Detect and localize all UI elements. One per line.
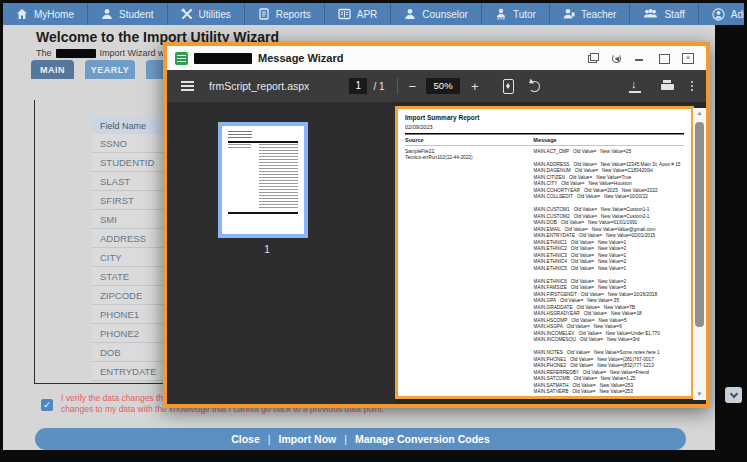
tab-main[interactable]: MAIN — [31, 60, 74, 79]
nav-item-student[interactable]: Student — [88, 3, 167, 25]
nav-item-utilities[interactable]: Utilities — [168, 3, 245, 25]
zoom-level-input[interactable]: 50% — [426, 78, 460, 94]
page-number-input[interactable]: 1 — [349, 78, 367, 94]
apr-book-icon — [338, 8, 351, 20]
maximize-icon[interactable] — [658, 53, 669, 63]
nav-label: Counselor — [422, 9, 468, 20]
zoom-in-button[interactable]: + — [471, 79, 479, 94]
nav-item-reports[interactable]: Reports — [245, 3, 325, 25]
close-button[interactable]: Close — [231, 433, 260, 445]
tutor-icon — [495, 8, 507, 20]
subtitle-prefix: The — [36, 48, 52, 58]
restore-windows-icon[interactable] — [588, 53, 599, 63]
rotate-icon[interactable] — [529, 81, 540, 92]
modal-titlebar[interactable]: Message Wizard × — [167, 46, 706, 70]
close-icon[interactable]: × — [682, 53, 694, 64]
nav-label: Student — [119, 9, 153, 20]
nav-item-admin[interactable]: Admin — [699, 3, 744, 25]
reports-icon — [258, 8, 270, 20]
nav-label: MyHome — [34, 9, 74, 20]
footer-separator: | — [344, 433, 347, 445]
pdf-filename: frmScript_report.aspx — [209, 80, 309, 92]
minimize-icon[interactable] — [634, 53, 645, 63]
scrollbar-down-arrow[interactable]: ▼ — [693, 389, 706, 400]
staff-group-icon — [643, 8, 658, 20]
wizard-footer-bar: Close | Import Now | Manage Conversion C… — [35, 428, 686, 450]
report-title: Import Summary Report — [405, 114, 684, 122]
nav-label: Tutor — [513, 9, 536, 20]
import-now-button[interactable]: Import Now — [279, 433, 337, 445]
thumbnail-page-preview — [222, 126, 304, 234]
nav-label: Admin — [731, 9, 744, 20]
scrollbar-up-arrow[interactable]: ▲ — [693, 108, 706, 119]
page-count-label: / 1 — [373, 81, 384, 92]
student-icon — [101, 8, 113, 20]
report-scrollbar[interactable]: ▲ ▼ — [693, 108, 706, 400]
counselor-icon — [404, 8, 416, 20]
menu-icon[interactable] — [181, 79, 194, 94]
zoom-out-button[interactable]: − — [409, 79, 417, 94]
more-options-icon[interactable] — [691, 79, 694, 93]
chevron-down-icon — [729, 389, 737, 397]
admin-icon — [712, 8, 725, 21]
print-icon[interactable] — [661, 80, 674, 92]
nav-label: Utilities — [199, 9, 231, 20]
nav-label: Staff — [664, 9, 684, 20]
pdf-toolbar: frmScript_report.aspx 1 / 1 − 50% + — [167, 70, 706, 102]
pdf-viewer: 1 Import Summary Report 02/09/2023 Sourc… — [167, 102, 706, 404]
thumbnail-pane: 1 — [167, 102, 395, 404]
report-page: Import Summary Report 02/09/2023 Source … — [395, 106, 694, 399]
nav-label: APR — [357, 9, 378, 20]
scrollbar-thumb[interactable] — [695, 122, 704, 327]
fit-to-page-icon[interactable] — [503, 79, 514, 94]
report-message-list: MAIN.ACT_CMP Old Value= New Value=25MAIN… — [533, 148, 684, 400]
source-line-2: Tecnico-errRun102(12-44-2022) — [405, 154, 533, 161]
thumbnail-page-number: 1 — [218, 244, 316, 255]
home-icon — [16, 8, 28, 20]
message-column-header: Message — [533, 137, 556, 143]
report-date: 02/09/2023 — [405, 124, 684, 130]
report-column-headers: Source Message — [405, 135, 684, 146]
modal-title: Message Wizard — [258, 52, 344, 64]
document-green-icon — [175, 52, 188, 65]
tab-yearly[interactable]: YEARLY — [85, 60, 135, 79]
source-column-header: Source — [405, 137, 533, 143]
nav-item-teacher[interactable]: Teacher — [550, 3, 631, 25]
nav-label: Reports — [276, 9, 311, 20]
download-icon[interactable] — [629, 80, 641, 93]
teacher-icon — [563, 8, 575, 20]
redacted-text — [56, 49, 96, 58]
report-body: SampleFile22. Tecnico-errRun102(12-44-20… — [405, 146, 684, 400]
footer-separator: | — [268, 433, 271, 445]
report-source-cell: SampleFile22. Tecnico-errRun102(12-44-20… — [405, 148, 533, 400]
page-subtitle: The Import Wizard will he — [36, 48, 183, 58]
redacted-brand — [194, 53, 252, 64]
toolbar-divider — [397, 78, 398, 94]
verify-checkbox[interactable]: ✓ — [41, 399, 53, 411]
refresh-icon[interactable] — [612, 54, 621, 63]
nav-item-myhome[interactable]: MyHome — [3, 3, 88, 25]
nav-item-apr[interactable]: APR — [325, 3, 392, 25]
modal-window-controls: × — [588, 53, 698, 64]
message-wizard-modal: Message Wizard × frmScript_report.aspx 1… — [163, 42, 710, 408]
manage-conversion-codes-button[interactable]: Manage Conversion Codes — [355, 433, 490, 445]
nav-item-staff[interactable]: Staff — [630, 3, 698, 25]
scroll-down-button[interactable] — [725, 387, 742, 403]
nav-item-counselor[interactable]: Counselor — [391, 3, 482, 25]
nav-label: Teacher — [581, 9, 617, 20]
report-message-line: MAIN.SATWRITING Old Value= New Value=375 — [533, 395, 684, 400]
utilities-icon — [181, 8, 193, 20]
app-screen: MyHome Student Utilities Reports APR Cou… — [0, 0, 747, 462]
nav-item-tutor[interactable]: Tutor — [482, 3, 550, 25]
top-nav: MyHome Student Utilities Reports APR Cou… — [3, 3, 744, 25]
page-thumbnail[interactable] — [218, 122, 308, 238]
report-content: Import Summary Report 02/09/2023 Source … — [398, 109, 691, 399]
